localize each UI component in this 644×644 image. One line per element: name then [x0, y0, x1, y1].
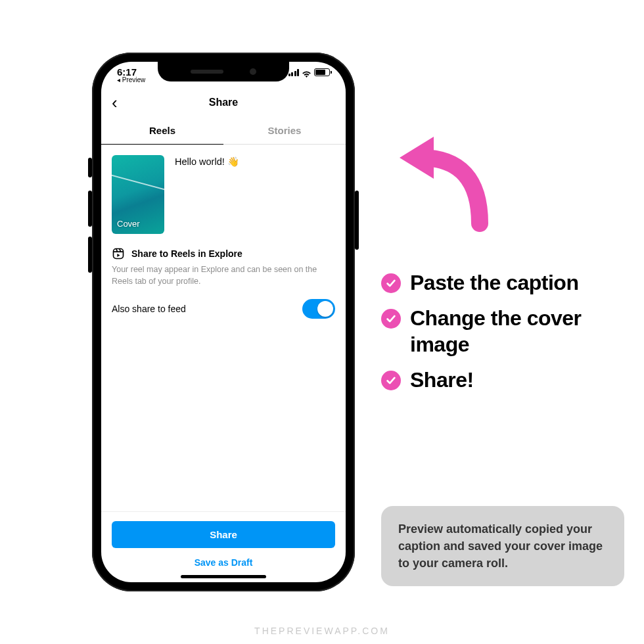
front-camera — [250, 68, 256, 75]
status-indicators — [288, 67, 331, 76]
also-share-feed-row: Also share to feed — [101, 287, 346, 319]
cover-label: Cover — [117, 219, 140, 229]
side-button — [88, 237, 92, 273]
bottom-actions: Share Save as Draft — [101, 511, 346, 570]
home-indicator[interactable] — [181, 575, 266, 578]
bullet-item: Share! — [381, 367, 631, 393]
info-callout: Preview automatically copied your captio… — [381, 506, 624, 586]
status-time: 6:17 — [117, 67, 145, 77]
side-button — [88, 191, 92, 227]
share-section-title: Share to Reels in Explore — [131, 248, 242, 259]
divider — [101, 511, 346, 512]
also-share-feed-toggle[interactable] — [302, 299, 335, 319]
tab-stories[interactable]: Stories — [223, 117, 346, 144]
arrow-annotation — [388, 131, 493, 237]
caption-input[interactable]: Hello world! 👋 — [175, 155, 239, 234]
tab-label: Stories — [268, 125, 302, 136]
tab-reels[interactable]: Reels — [101, 117, 223, 144]
bullet-text: Paste the caption — [410, 269, 578, 296]
page-header: ‹ Share — [101, 88, 346, 117]
phone-mockup: 6:17 ◂ Preview ‹ Share Reels — [92, 53, 355, 591]
also-share-feed-label: Also share to feed — [112, 304, 186, 314]
bullet-list: Paste the caption Change the cover image… — [381, 269, 631, 402]
battery-icon — [314, 68, 330, 76]
cover-thumbnail[interactable]: Cover — [112, 155, 164, 234]
phone-screen: 6:17 ◂ Preview ‹ Share Reels — [101, 62, 346, 582]
check-icon — [381, 309, 401, 329]
share-button-label: Share — [210, 529, 237, 540]
reels-icon — [112, 247, 125, 260]
wifi-icon — [302, 69, 311, 76]
share-section-description: Your reel may appear in Explore and can … — [112, 264, 335, 287]
bullet-text: Change the cover image — [410, 305, 631, 357]
tab-label: Reels — [149, 125, 175, 136]
tabs: Reels Stories — [101, 117, 346, 145]
page-title: Share — [209, 97, 238, 108]
bullet-text: Share! — [410, 367, 474, 393]
side-button — [88, 158, 92, 177]
watermark: THEPREVIEWAPP.COM — [254, 626, 390, 636]
share-section: Share to Reels in Explore Your reel may … — [101, 244, 346, 287]
side-button — [355, 191, 359, 250]
svg-rect-0 — [114, 249, 124, 259]
bullet-item: Paste the caption — [381, 269, 631, 296]
back-to-app-label[interactable]: ◂ Preview — [117, 77, 145, 83]
save-draft-button[interactable]: Save as Draft — [112, 548, 335, 570]
signal-icon — [288, 69, 300, 76]
check-icon — [381, 371, 401, 390]
bullet-item: Change the cover image — [381, 305, 631, 357]
check-icon — [381, 273, 401, 293]
back-chevron-icon[interactable]: ‹ — [112, 94, 118, 111]
phone-notch — [158, 62, 289, 81]
cover-row: Cover Hello world! 👋 — [101, 145, 346, 244]
save-draft-label: Save as Draft — [195, 557, 253, 568]
share-button[interactable]: Share — [112, 521, 335, 548]
speaker-grille — [191, 70, 223, 74]
